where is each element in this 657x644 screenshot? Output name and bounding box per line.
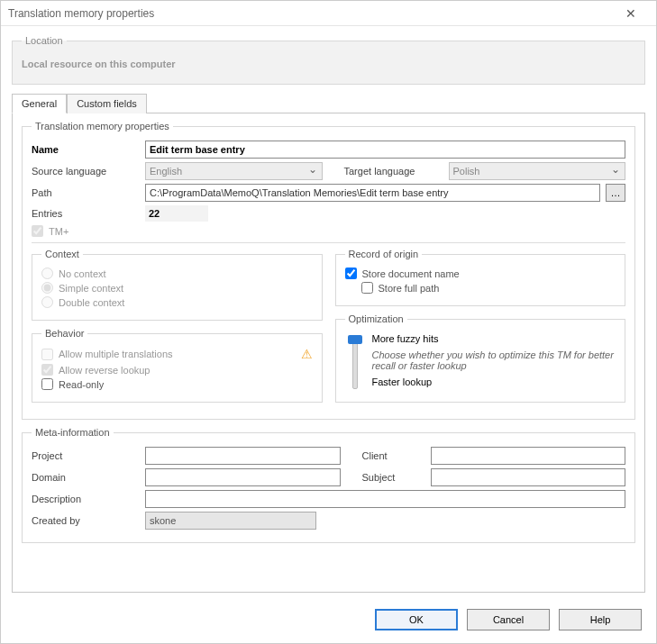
context-none-radio: [41, 268, 53, 279]
tmplus-checkbox: [32, 225, 43, 237]
store-path-checkbox[interactable]: [361, 282, 373, 294]
record-legend: Record of origin: [345, 249, 423, 259]
path-label: Path: [32, 187, 140, 198]
target-lang-select: Polish: [449, 162, 626, 180]
slider-bottom-label: Faster lookup: [372, 376, 615, 387]
entries-value: [145, 205, 208, 222]
path-input: [145, 184, 600, 202]
context-none-label: No context: [59, 268, 106, 279]
target-lang-label: Target language: [344, 166, 443, 177]
ok-button[interactable]: OK: [375, 609, 458, 630]
context-simple-radio: [41, 282, 53, 294]
context-double-label: Double context: [59, 297, 124, 308]
tab-panel-general: Translation memory properties Name Sourc…: [12, 113, 645, 593]
context-group: Context No context Simple context: [32, 249, 323, 321]
tab-general[interactable]: General: [12, 94, 67, 113]
help-button[interactable]: Help: [559, 609, 642, 630]
subject-label: Subject: [362, 472, 425, 483]
close-icon[interactable]: ✕: [613, 6, 649, 21]
created-by-input: [145, 512, 316, 530]
location-text: Local resource on this computer: [22, 59, 635, 69]
titlebar: Translation memory properties ✕: [1, 1, 656, 26]
store-doc-label: Store document name: [362, 268, 460, 279]
allow-reverse-label: Allow reverse lookup: [59, 365, 151, 376]
readonly-label: Read-only: [59, 379, 104, 390]
dialog-window: Translation memory properties ✕ Location…: [0, 0, 657, 644]
tab-bar: General Custom fields: [12, 94, 645, 113]
client-label: Client: [362, 450, 425, 461]
window-title: Translation memory properties: [8, 7, 613, 20]
slider-top-label: More fuzzy hits: [372, 333, 615, 344]
optimization-slider[interactable]: [347, 333, 363, 389]
cancel-button[interactable]: Cancel: [467, 609, 550, 630]
behavior-group: Behavior Allow multiple translations ⚠ A…: [32, 328, 323, 403]
context-double-radio: [41, 296, 53, 308]
created-by-label: Created by: [32, 515, 140, 526]
meta-legend: Meta-information: [32, 427, 114, 438]
tm-properties-legend: Translation memory properties: [32, 121, 173, 132]
record-group: Record of origin Store document name Sto…: [335, 249, 626, 306]
store-doc-checkbox[interactable]: [345, 268, 357, 279]
location-legend: Location: [22, 35, 67, 46]
tm-properties-group: Translation memory properties Name Sourc…: [22, 121, 635, 420]
tmplus-label: TM+: [49, 226, 68, 237]
divider: [32, 242, 625, 243]
warning-icon: ⚠: [301, 347, 313, 361]
content-area: Location Local resource on this computer…: [1, 26, 656, 600]
browse-button[interactable]: …: [606, 184, 625, 202]
location-group: Location Local resource on this computer: [12, 35, 645, 85]
name-input[interactable]: [145, 141, 625, 159]
button-bar: OK Cancel Help: [1, 600, 656, 643]
meta-group: Meta-information Project Client Domain S…: [22, 427, 635, 543]
optimization-group: Optimization More fuzzy hits Choose whet…: [335, 313, 626, 403]
allow-multi-checkbox: [41, 349, 53, 360]
domain-input[interactable]: [145, 468, 341, 486]
readonly-checkbox[interactable]: [41, 378, 53, 390]
slider-thumb-icon: [348, 335, 362, 344]
store-path-label: Store full path: [379, 283, 440, 294]
slider-hint: Choose whether you wish to optimize this…: [372, 349, 615, 371]
context-legend: Context: [41, 249, 83, 259]
project-input[interactable]: [145, 447, 341, 465]
context-simple-label: Simple context: [59, 283, 123, 294]
project-label: Project: [32, 450, 140, 461]
subject-input[interactable]: [431, 468, 626, 486]
domain-label: Domain: [32, 472, 140, 483]
behavior-legend: Behavior: [41, 328, 87, 339]
source-lang-select: English: [145, 162, 323, 180]
entries-label: Entries: [32, 208, 140, 219]
description-input[interactable]: [145, 490, 625, 508]
name-label: Name: [32, 144, 140, 155]
source-lang-label: Source language: [32, 166, 140, 177]
tab-custom-fields[interactable]: Custom fields: [67, 94, 147, 113]
description-label: Description: [32, 494, 140, 504]
client-input[interactable]: [431, 447, 626, 465]
slider-labels: More fuzzy hits Choose whether you wish …: [372, 333, 615, 389]
optimization-legend: Optimization: [345, 313, 407, 324]
allow-reverse-checkbox: [41, 364, 53, 376]
allow-multi-label: Allow multiple translations: [59, 349, 173, 359]
